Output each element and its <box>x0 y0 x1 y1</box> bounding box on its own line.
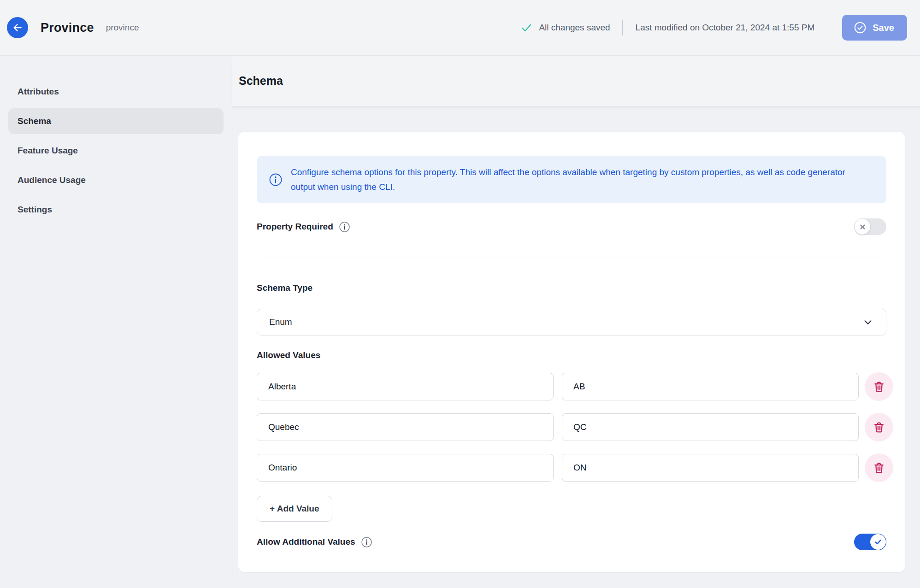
header-divider <box>622 20 623 35</box>
app-header: Province province All changes saved Last… <box>0 0 920 56</box>
sidebar-item-feature-usage[interactable]: Feature Usage <box>8 138 224 164</box>
value-name-input[interactable] <box>257 373 554 400</box>
allow-additional-values-label: Allow Additional Values <box>257 537 355 547</box>
allowed-value-row <box>257 413 894 441</box>
allowed-values-label: Allowed Values <box>257 350 886 360</box>
back-button[interactable] <box>7 17 28 38</box>
section-divider <box>257 257 886 257</box>
chevron-down-icon <box>862 316 874 328</box>
check-icon <box>520 21 533 34</box>
allow-additional-values-row: Allow Additional Values <box>257 534 886 550</box>
value-code-input[interactable] <box>562 454 859 482</box>
value-name-input[interactable] <box>257 413 554 441</box>
sidebar-item-attributes[interactable]: Attributes <box>8 79 224 105</box>
toggle-knob <box>870 534 886 550</box>
main-panel: Schema Configure schema options for this… <box>232 56 920 588</box>
schema-type-value: Enum <box>269 317 292 327</box>
last-modified-text: Last modified on October 21, 2024 at 1:5… <box>636 23 815 33</box>
page-title: Province <box>41 21 94 35</box>
trash-icon <box>873 461 885 474</box>
delete-value-button[interactable] <box>865 372 893 401</box>
arrow-left-icon <box>12 22 24 34</box>
sidebar: Attributes Schema Feature Usage Audience… <box>0 56 232 588</box>
schema-type-select[interactable]: Enum <box>257 309 886 335</box>
trash-icon <box>873 421 885 434</box>
page-subtitle: province <box>106 23 139 33</box>
schema-type-label: Schema Type <box>257 283 886 293</box>
x-icon <box>859 223 866 230</box>
section-header: Schema <box>232 56 920 106</box>
value-name-input[interactable] <box>257 454 554 482</box>
allowed-value-row <box>257 453 894 482</box>
property-required-toggle[interactable] <box>854 218 886 235</box>
section-title: Schema <box>239 74 283 88</box>
save-status-text: All changes saved <box>539 23 610 33</box>
delete-value-button[interactable] <box>865 413 893 441</box>
delete-value-button[interactable] <box>865 453 893 482</box>
save-button[interactable]: Save <box>842 15 907 41</box>
info-banner-text: Configure schema options for this proper… <box>291 165 868 194</box>
sidebar-item-settings[interactable]: Settings <box>8 197 224 223</box>
circle-check-icon <box>853 21 867 35</box>
content-area: Configure schema options for this proper… <box>232 106 920 588</box>
property-required-row: Property Required <box>257 218 886 235</box>
add-value-button[interactable]: + Add Value <box>257 496 332 522</box>
info-icon <box>269 173 283 187</box>
header-status-area: All changes saved Last modified on Octob… <box>520 15 907 41</box>
sidebar-item-schema[interactable]: Schema <box>8 108 224 134</box>
toggle-knob <box>855 219 870 235</box>
trash-icon <box>873 380 885 393</box>
allow-additional-values-toggle[interactable] <box>854 534 886 550</box>
property-required-info-icon[interactable] <box>339 221 350 233</box>
value-code-input[interactable] <box>562 373 859 400</box>
schema-card: Configure schema options for this proper… <box>238 132 905 572</box>
property-required-label: Property Required <box>257 222 333 232</box>
save-button-label: Save <box>873 23 894 33</box>
info-banner: Configure schema options for this proper… <box>257 156 886 203</box>
value-code-input[interactable] <box>562 413 859 441</box>
check-icon <box>874 538 882 546</box>
allowed-value-row <box>257 372 894 401</box>
sidebar-item-audience-usage[interactable]: Audience Usage <box>8 167 224 193</box>
allow-additional-values-info-icon[interactable] <box>361 536 372 548</box>
